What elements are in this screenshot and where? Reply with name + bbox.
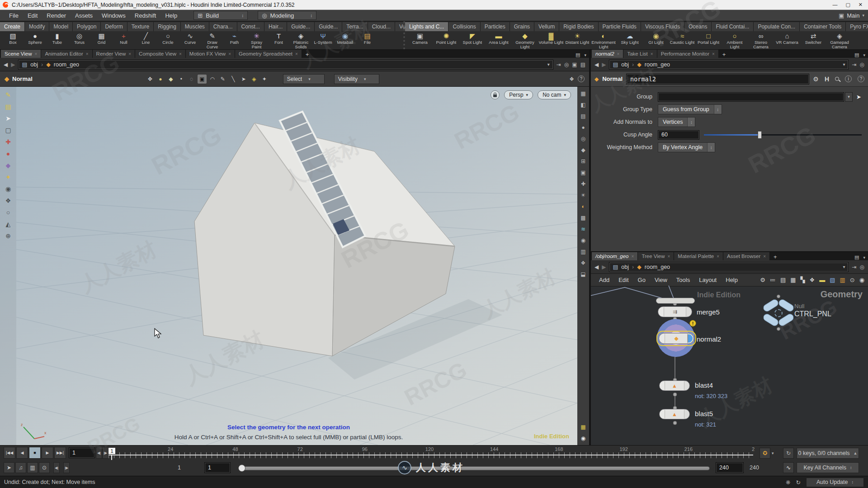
wrench-icon[interactable]: ⚙ [760,277,765,283]
network-editor-canvas[interactable]: Indie Edition Geometry [591,286,868,445]
retime-icon[interactable]: ↻ [796,479,801,486]
forward-icon[interactable]: ▶ [602,264,606,270]
points-toggle-icon[interactable]: ⊞ [581,158,585,164]
minimize-icon[interactable]: — [832,2,837,8]
shelf-tool[interactable]: ≈ Caustic Light [669,32,695,49]
dropdown-icon[interactable]: ▾ [863,53,865,57]
shelf-tab[interactable]: Pyro FX [846,22,868,31]
shelf-tool[interactable]: ▓ Volume Light [538,32,564,49]
shelf-tool[interactable]: + Null [113,32,135,49]
eye-icon[interactable]: ◉ [581,435,585,441]
help-icon[interactable]: ? [858,75,864,82]
dropdown-icon[interactable]: ▾ [584,53,586,57]
close-tab-icon[interactable]: × [632,254,634,259]
network-menu-item[interactable]: Add [594,275,614,285]
dropdown-icon[interactable]: ▾ [547,62,550,67]
box-select-tool-icon[interactable]: ▢ [5,127,11,134]
key-icon[interactable]: ✪ [760,448,770,459]
path-node[interactable]: room_geo [54,61,79,68]
snap-options-icon[interactable]: ❖ [569,76,574,82]
menu-item[interactable]: Assets [71,11,97,20]
pane-tab[interactable]: Geometry Spreadsheet× [235,50,302,58]
shelf-tool[interactable]: ○ Ambient Light [722,32,748,49]
pose-tool-icon[interactable]: ✦ [5,174,11,181]
shelf-tab[interactable]: Modify [25,22,49,31]
character-tool-icon[interactable]: ◉ [5,185,11,192]
camera-toggle-icon[interactable]: ◧ [580,102,585,108]
forward-icon[interactable]: ▶ [602,61,606,68]
projection-dropdown[interactable]: Persp▾ [504,90,533,99]
shelf-tab[interactable]: Muscles [181,22,209,31]
grid-toggle-icon[interactable]: ▤ [580,113,585,119]
backface-toggle-icon[interactable]: ▣ [580,169,585,176]
pane-grid-icon[interactable]: ▤ [854,52,859,58]
network-menu-item[interactable]: Tools [672,275,694,285]
pin-icon[interactable]: ⇥ [852,264,856,270]
path-field[interactable]: ▤ obj › ◆ room_geo ▾ [609,262,849,272]
shelf-tool[interactable]: ◈ Platonic Solids [290,32,312,49]
light-tool-icon[interactable]: ◭ [6,221,11,228]
add-normals-menu[interactable]: Vertices ↕ [658,117,695,127]
node-label[interactable]: blast4 [695,381,713,389]
display-flag[interactable] [688,334,693,343]
point-select-icon[interactable]: • [177,75,186,84]
close-icon[interactable]: ✕ [859,2,863,8]
node-ctrl-pnl[interactable] [762,298,795,327]
color-correct-icon[interactable]: ❖ [581,260,586,266]
close-tab-icon[interactable]: × [128,52,131,56]
headlight-toggle-icon[interactable]: ☀ [581,192,586,198]
shelf-tool[interactable]: Ψ L-System [312,32,334,49]
menu-item[interactable]: Help [160,11,182,20]
shelf-tool[interactable]: ☁ Sky Light [617,32,643,49]
step-fwd-icon[interactable]: |▶ [102,447,108,459]
back-icon[interactable]: ◀ [594,264,599,270]
range-start-field[interactable]: 1 [204,462,231,473]
shelf-tool[interactable]: ◉ GI Light [643,32,669,49]
forward-icon[interactable]: ▶ [11,61,15,68]
wireframe-toggle-icon[interactable]: ◎ [581,136,585,142]
key-all-channels-button[interactable]: Key All Channels↕ [797,462,859,473]
path-context[interactable]: obj [621,61,629,68]
viewport-3d[interactable]: ✎▤➤▢✚●◆✦◉❖○◭⊕ ▦◧▤●◎◆⊞▣✚☀◐▩≋◉▥❖⬓▦◉ Persp▾… [0,87,589,445]
path-context[interactable]: obj [621,264,629,270]
materials-toggle-icon[interactable]: ≋ [581,226,585,232]
network-menu-item[interactable]: View [650,275,672,285]
path-node[interactable]: room_geo [645,264,670,270]
back-icon[interactable]: ◀ [594,61,599,68]
shelf-tab[interactable]: Vellum [534,22,559,31]
shelf-tool[interactable]: ◎ Torus [68,32,90,49]
snap-tool-icon[interactable]: ❖ [5,197,11,204]
help-icon[interactable]: ? [578,75,585,82]
add-pane-tab-icon[interactable]: + [719,51,730,58]
network-menu-item[interactable]: Help [721,275,742,285]
auto-update-dropdown[interactable]: Auto Update ↕ [806,478,864,487]
shelf-tool[interactable]: ⌂ VR Camera [774,32,800,49]
show-handles-icon[interactable]: ● [156,75,165,84]
node-name-field[interactable]: normal2 [626,74,809,84]
palette-icon[interactable]: ▥ [840,277,845,283]
node-label[interactable]: merge5 [697,308,720,316]
pane-grid-icon[interactable]: ▤ [854,254,859,260]
node-label[interactable]: CTRL_PNL [794,310,831,318]
pick-front-icon[interactable]: ➤ [239,75,248,84]
close-tab-icon[interactable]: × [651,52,653,56]
shelf-tab[interactable]: Grains [510,22,534,31]
pane-tab[interactable]: Asset Browser× [723,252,770,260]
realtime-icon[interactable]: ⊙ [39,462,50,473]
shelf-tab[interactable]: Chara... [209,22,237,31]
shelf-tab[interactable]: Viscous Fluids [641,22,684,31]
misc-tool-icon[interactable]: ⊕ [5,232,11,239]
houdini-help-icon[interactable]: H [825,75,829,83]
shelf-tab[interactable]: Particle Fluids [599,22,641,31]
stop-icon[interactable]: ■ [29,447,41,459]
add-pane-tab-icon[interactable]: + [302,51,313,58]
search-icon[interactable] [835,77,839,81]
shelf-tab[interactable]: Deform [101,22,127,31]
lighting-toggle-icon[interactable]: ✚ [581,181,585,187]
loop-select-icon[interactable]: ◌ [187,75,196,84]
snapshot-icon[interactable]: ▩ [580,215,585,221]
range-slider-handle[interactable] [238,465,245,472]
shelf-tab[interactable]: Const... [237,22,264,31]
shelf-tool[interactable]: ◆ Geometry Light [512,32,538,49]
shelf-tab[interactable]: Guide... [315,22,342,31]
